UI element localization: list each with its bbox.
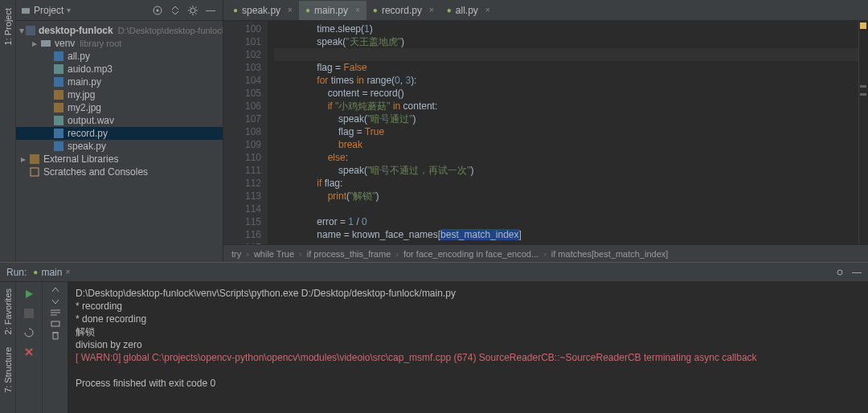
dropdown-icon[interactable]: ▾ (67, 6, 71, 14)
breadcrumb-item[interactable]: for face_encoding in face_encod... (403, 249, 538, 259)
warning-indicator-icon[interactable] (860, 22, 866, 29)
tree-root-path: D:\Desktop\desktop-funlock (118, 26, 223, 35)
svg-rect-9 (54, 90, 63, 100)
print-button[interactable] (51, 319, 60, 329)
run-panel: Run: ● main × — 2: Favorites 7: Structur… (0, 262, 868, 413)
close-icon[interactable]: × (355, 6, 360, 14)
run-tab[interactable]: ● main × (33, 267, 70, 278)
tool-tab-structure[interactable]: 7: Structure (3, 341, 13, 399)
sidebar-header: Project ▾ — (16, 0, 223, 21)
svg-rect-7 (54, 64, 63, 74)
svg-point-3 (190, 8, 195, 13)
python-icon: ● (373, 6, 378, 14)
stop-button[interactable] (19, 305, 39, 322)
editor-tab[interactable]: ●main.py× (299, 1, 366, 20)
tree-file[interactable]: output.wav (16, 114, 223, 127)
editor-tab[interactable]: ●speak.py× (227, 1, 299, 20)
tree-file[interactable]: speak.py (16, 140, 223, 153)
code-text[interactable]: time.sleep(1) speak("天王盖地虎") flag = Fals… (268, 21, 858, 244)
project-sidebar: Project ▾ — ▾ desktop-f (16, 0, 223, 262)
hide-icon[interactable]: — (203, 3, 218, 18)
trash-button[interactable] (51, 330, 60, 340)
expand-all-icon[interactable] (168, 3, 182, 18)
soft-wrap-button[interactable] (50, 308, 61, 317)
breadcrumb-item[interactable]: if matches[best_match_index] (551, 249, 669, 259)
run-tab-label: main (41, 267, 62, 278)
tree-file[interactable]: my.jpg (16, 88, 223, 101)
file-icon (53, 76, 64, 88)
close-icon[interactable]: × (429, 6, 434, 14)
tree-file[interactable]: record.py (16, 127, 223, 140)
editor-tab[interactable]: ●all.py× (440, 1, 497, 20)
restart-button[interactable] (19, 324, 39, 341)
rerun-button[interactable] (19, 285, 39, 303)
tree-file[interactable]: main.py (16, 76, 223, 88)
svg-rect-6 (54, 51, 63, 61)
run-toolbar-left2 (42, 282, 68, 413)
exit-button[interactable] (19, 343, 39, 361)
close-icon[interactable]: × (288, 6, 293, 14)
close-icon[interactable]: × (485, 6, 490, 14)
python-icon: ● (33, 268, 38, 276)
breadcrumb-item[interactable]: if process_this_frame (307, 249, 391, 259)
gear-icon[interactable] (186, 3, 200, 18)
svg-point-2 (157, 9, 159, 11)
up-button[interactable] (51, 285, 60, 295)
python-icon: ● (233, 6, 238, 14)
code-breadcrumb: try›while True›if process_this_frame›for… (223, 244, 868, 262)
locate-icon[interactable] (150, 3, 165, 18)
line-gutter: 1001011021031041051061071081091101111121… (223, 21, 268, 244)
scroll-marker[interactable] (860, 93, 866, 96)
run-header: Run: ● main × — (0, 263, 868, 282)
svg-rect-13 (54, 141, 63, 151)
tree-external[interactable]: ▸ External Libraries (16, 153, 223, 166)
svg-rect-14 (30, 154, 39, 164)
tree-external-label: External Libraries (43, 153, 118, 165)
tree-file-label: all.py (68, 51, 90, 62)
scratches-icon (29, 166, 40, 178)
editor-area: ●speak.py×●main.py×●record.py×●all.py× 1… (223, 0, 868, 262)
down-button[interactable] (51, 296, 60, 306)
tree-venv-label: venv (55, 38, 75, 49)
svg-rect-10 (54, 103, 63, 112)
tree-file-label: my.jpg (68, 89, 95, 100)
tree-scratches[interactable]: Scratches and Consoles (16, 166, 223, 178)
code-body: 1001011021031041051061071081091101111121… (223, 21, 868, 244)
sidebar-title: Project ▾ (21, 5, 71, 16)
editor-tab[interactable]: ●record.py× (366, 1, 440, 20)
tool-tab-favorites[interactable]: 2: Favorites (3, 282, 13, 341)
console-output[interactable]: D:\Desktop\desktop-funlock\venv\Scripts\… (68, 282, 868, 413)
svg-rect-0 (22, 8, 30, 14)
module-icon (26, 25, 35, 36)
tree-venv-hint: library root (80, 39, 121, 48)
editor-tab-label: record.py (382, 5, 422, 16)
bottom-left-strip: 2: Favorites 7: Structure (0, 282, 16, 413)
tree-venv[interactable]: ▸ venv library root (16, 37, 223, 50)
file-icon (53, 51, 64, 62)
gear-icon[interactable] (834, 267, 845, 278)
hide-icon[interactable]: — (852, 267, 862, 278)
breadcrumb-item[interactable]: while True (254, 249, 294, 259)
folder-icon (21, 6, 31, 15)
tree-file-label: auido.mp3 (68, 63, 113, 75)
tree-file[interactable]: my2.jpg (16, 101, 223, 114)
tree-scratches-label: Scratches and Consoles (43, 166, 148, 178)
breadcrumb-item[interactable]: try (231, 249, 241, 259)
editor-tab-label: speak.py (242, 5, 280, 16)
tool-tab-project[interactable]: 1: Project (3, 3, 13, 50)
tree-file[interactable]: auido.mp3 (16, 63, 223, 76)
scroll-marker[interactable] (860, 85, 866, 88)
editor-tab-label: main.py (314, 5, 348, 16)
svg-rect-12 (54, 129, 63, 138)
close-icon[interactable]: × (65, 268, 70, 276)
tree-root[interactable]: ▾ desktop-funlock D:\Desktop\desktop-fun… (16, 24, 223, 37)
file-icon (53, 89, 64, 100)
chevron-right-icon: › (543, 249, 547, 259)
tree-file-label: speak.py (68, 141, 106, 152)
tree-file-label: my2.jpg (68, 102, 101, 113)
svg-rect-5 (41, 40, 51, 47)
tree-file[interactable]: all.py (16, 50, 223, 63)
svg-point-16 (837, 270, 842, 275)
file-icon (53, 128, 64, 139)
run-toolbar-left (16, 282, 42, 413)
